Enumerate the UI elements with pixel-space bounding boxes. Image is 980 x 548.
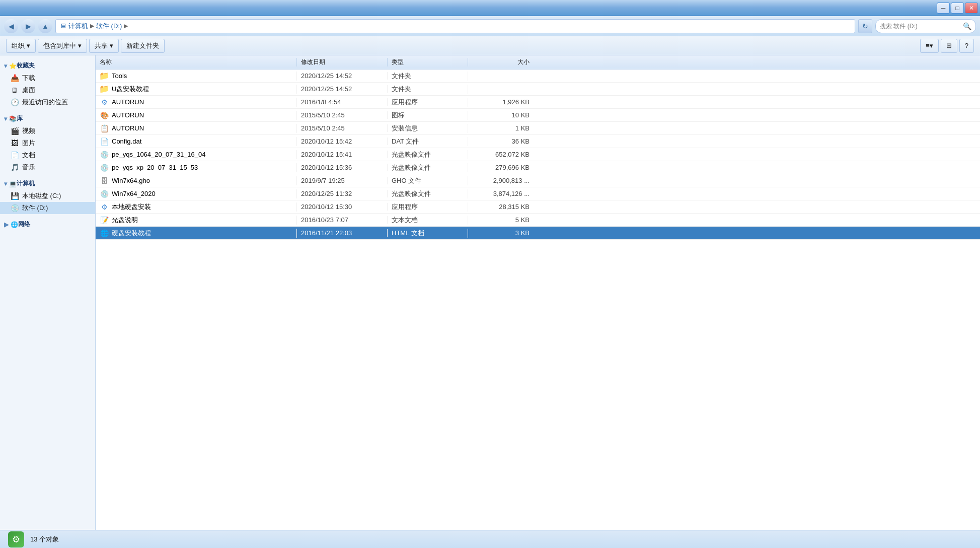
sidebar-header-computer[interactable]: ▾ 💻 计算机 <box>0 177 95 190</box>
maximize-button[interactable]: □ <box>951 3 964 14</box>
c-drive-label: 本地磁盘 (C:) <box>22 191 61 200</box>
view-options-button[interactable]: ≡▾ <box>920 39 939 53</box>
refresh-button[interactable]: ↻ <box>858 19 872 33</box>
file-name-cell: 📋 AUTORUN <box>96 124 297 133</box>
minimize-button[interactable]: ─ <box>937 3 950 14</box>
table-row[interactable]: 📄 Config.dat 2020/10/12 15:42 DAT 文件 36 … <box>96 135 980 148</box>
file-date: 2019/9/7 19:25 <box>297 177 388 184</box>
file-date: 2015/5/10 2:45 <box>297 124 388 132</box>
network-arrow: ▶ <box>4 221 9 228</box>
file-date: 2020/10/12 15:42 <box>297 138 388 145</box>
status-icon: ⚙ <box>8 531 24 547</box>
file-size: 1,926 KB <box>468 98 534 106</box>
file-size: 10 KB <box>468 111 534 119</box>
help-button[interactable]: ? <box>959 39 974 53</box>
file-name: AUTORUN <box>112 124 144 132</box>
sidebar-section-library: ▾ 📚 库 🎬 视频 🖼 图片 📄 文档 🎵 音乐 <box>0 112 95 173</box>
back-button[interactable]: ◀ <box>4 19 18 33</box>
organize-button[interactable]: 组织 ▾ <box>6 39 36 53</box>
file-name: Config.dat <box>112 138 141 145</box>
table-row[interactable]: 📋 AUTORUN 2015/5/10 2:45 安装信息 1 KB <box>96 122 980 135</box>
table-row[interactable]: 📁 Tools 2020/12/25 14:52 文件夹 <box>96 70 980 83</box>
table-row[interactable]: 💿 pe_yqs_xp_20_07_31_15_53 2020/10/12 15… <box>96 161 980 174</box>
music-icon: 🎵 <box>10 163 19 172</box>
table-row[interactable]: 🗄 Win7x64.gho 2019/9/7 19:25 GHO 文件 2,90… <box>96 174 980 187</box>
sidebar-item-c-drive[interactable]: 💾 本地磁盘 (C:) <box>0 190 95 202</box>
favorites-label: 收藏夹 <box>17 61 35 70</box>
file-type: 图标 <box>388 111 468 120</box>
sidebar-item-pictures[interactable]: 🖼 图片 <box>0 137 95 149</box>
sidebar-item-recent[interactable]: 🕐 最近访问的位置 <box>0 96 95 108</box>
library-arrow: ▾ <box>4 115 7 122</box>
col-header-date[interactable]: 修改日期 <box>297 58 388 66</box>
file-name: 本地硬盘安装 <box>112 202 151 212</box>
file-rows-container: 📁 Tools 2020/12/25 14:52 文件夹 📁 U盘安装教程 20… <box>96 70 980 240</box>
forward-button[interactable]: ▶ <box>21 19 35 33</box>
search-icon[interactable]: 🔍 <box>963 22 971 30</box>
table-row[interactable]: ⚙ AUTORUN 2016/1/8 4:54 应用程序 1,926 KB <box>96 96 980 109</box>
desktop-label: 桌面 <box>22 86 35 95</box>
breadcrumb-sep-1: ▶ <box>90 23 94 29</box>
breadcrumb-computer[interactable]: 计算机 <box>68 22 88 31</box>
file-date: 2020/12/25 11:32 <box>297 190 388 197</box>
sidebar-item-documents[interactable]: 📄 文档 <box>0 149 95 161</box>
search-input[interactable] <box>880 23 961 30</box>
breadcrumb-drive[interactable]: 软件 (D:) <box>96 22 122 31</box>
recent-label: 最近访问的位置 <box>22 98 68 107</box>
file-type: 光盘映像文件 <box>388 189 468 198</box>
file-icon: 💿 <box>100 189 109 198</box>
toolbar: 组织 ▾ 包含到库中 ▾ 共享 ▾ 新建文件夹 ≡▾ ⊞ ? <box>0 36 980 55</box>
sidebar-header-favorites[interactable]: ▾ ⭐ 收藏夹 <box>0 59 95 72</box>
sidebar-item-video[interactable]: 🎬 视频 <box>0 125 95 137</box>
file-name: Tools <box>112 72 127 80</box>
file-name: Win7x64.gho <box>112 177 150 184</box>
favorites-arrow: ▾ <box>4 62 7 70</box>
col-header-type[interactable]: 类型 <box>388 58 468 66</box>
file-date: 2020/12/25 14:52 <box>297 85 388 93</box>
sidebar-item-desktop[interactable]: 🖥 桌面 <box>0 84 95 96</box>
col-header-name[interactable]: 名称 <box>96 58 297 66</box>
sidebar-section-computer: ▾ 💻 计算机 💾 本地磁盘 (C:) 💿 软件 (D:) <box>0 177 95 214</box>
include-arrow: ▾ <box>78 42 82 49</box>
file-icon: ⚙ <box>100 202 109 212</box>
file-date: 2020/10/12 15:41 <box>297 151 388 158</box>
table-row[interactable]: ⚙ 本地硬盘安装 2020/10/12 15:30 应用程序 28,315 KB <box>96 200 980 214</box>
new-folder-button[interactable]: 新建文件夹 <box>121 39 165 53</box>
file-name-cell: 📄 Config.dat <box>96 137 297 146</box>
file-list-header: 名称 修改日期 类型 大小 <box>96 55 980 70</box>
file-name-cell: 🎨 AUTORUN <box>96 111 297 120</box>
table-row[interactable]: 🎨 AUTORUN 2015/5/10 2:45 图标 10 KB <box>96 109 980 122</box>
documents-label: 文档 <box>22 151 35 160</box>
sidebar-header-network[interactable]: ▶ 🌐 网络 <box>0 218 95 231</box>
up-button[interactable]: ▲ <box>38 19 52 33</box>
library-icon: 📚 <box>9 115 17 122</box>
file-name-cell: 🌐 硬盘安装教程 <box>96 229 297 238</box>
share-button[interactable]: 共享 ▾ <box>89 39 119 53</box>
table-row[interactable]: 🌐 硬盘安装教程 2016/11/21 22:03 HTML 文档 3 KB <box>96 227 980 240</box>
breadcrumb-sep-2: ▶ <box>124 23 128 29</box>
table-row[interactable]: 💿 Win7x64_2020 2020/12/25 11:32 光盘映像文件 3… <box>96 187 980 200</box>
breadcrumb[interactable]: 🖥 计算机 ▶ 软件 (D:) ▶ <box>55 19 855 33</box>
file-name-cell: 📁 Tools <box>96 72 297 81</box>
file-icon: 🌐 <box>100 229 109 238</box>
include-library-button[interactable]: 包含到库中 ▾ <box>38 39 87 53</box>
table-row[interactable]: 📁 U盘安装教程 2020/12/25 14:52 文件夹 <box>96 83 980 96</box>
col-header-size[interactable]: 大小 <box>468 58 534 66</box>
close-button[interactable]: ✕ <box>965 3 978 14</box>
music-label: 音乐 <box>22 163 35 172</box>
file-size: 2,900,813 ... <box>468 177 534 184</box>
sidebar-item-downloads[interactable]: 📥 下载 <box>0 72 95 84</box>
details-pane-button[interactable]: ⊞ <box>941 39 957 53</box>
sidebar-section-favorites: ▾ ⭐ 收藏夹 📥 下载 🖥 桌面 🕐 最近访问的位置 <box>0 59 95 108</box>
file-name-cell: 💿 pe_yqs_xp_20_07_31_15_53 <box>96 163 297 172</box>
table-row[interactable]: 💿 pe_yqs_1064_20_07_31_16_04 2020/10/12 … <box>96 148 980 161</box>
sidebar-item-music[interactable]: 🎵 音乐 <box>0 161 95 173</box>
sidebar-item-d-drive[interactable]: 💿 软件 (D:) <box>0 202 95 214</box>
file-size: 3,874,126 ... <box>468 190 534 197</box>
network-label: 网络 <box>18 220 30 229</box>
computer-arrow: ▾ <box>4 180 7 187</box>
table-row[interactable]: 📝 光盘说明 2016/10/23 7:07 文本文档 5 KB <box>96 214 980 227</box>
file-size: 36 KB <box>468 138 534 145</box>
file-icon: 📁 <box>100 85 109 94</box>
sidebar-header-library[interactable]: ▾ 📚 库 <box>0 112 95 125</box>
